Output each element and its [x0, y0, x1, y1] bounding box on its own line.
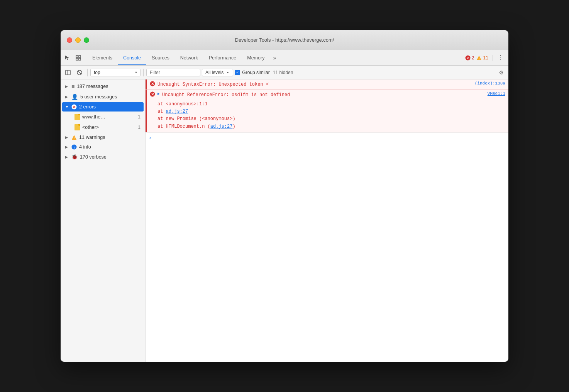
- console-entry-reference-error: ✕ ▶ Uncaught ReferenceError: osdlfm is n…: [146, 90, 508, 132]
- svg-text:✕: ✕: [151, 82, 154, 86]
- expand-icon[interactable]: ▶: [157, 91, 160, 96]
- group-similar-checkbox-row[interactable]: ✓ Group similar: [235, 70, 269, 75]
- list-icon: ≡: [71, 83, 75, 90]
- expand-arrow-icon: ▶: [65, 155, 69, 159]
- sidebar-item-warnings[interactable]: ▶ ! 11 warnings: [62, 133, 144, 142]
- sidebar-item-label: 170 verbose: [80, 154, 141, 160]
- context-chevron-icon: ▾: [135, 70, 137, 74]
- adjs-link[interactable]: ad.js:27: [166, 109, 188, 114]
- sidebar-item-count: 1: [138, 114, 141, 120]
- tab-network[interactable]: Network: [175, 50, 203, 65]
- adjs-link-2[interactable]: ad.js:27: [210, 124, 233, 129]
- tabbar: Elements Console Sources Network Perform…: [61, 50, 508, 66]
- traffic-lights: [67, 37, 89, 43]
- minimize-button[interactable]: [75, 37, 81, 43]
- level-chevron-icon: [226, 71, 230, 74]
- collapse-sidebar-button[interactable]: [63, 68, 73, 78]
- tab-sources[interactable]: Sources: [146, 50, 175, 65]
- svg-rect-1: [79, 56, 81, 57]
- collapse-arrow-icon: ▼: [65, 105, 69, 109]
- prompt-arrow-icon: ›: [149, 135, 152, 141]
- sidebar-item-label: 2 errors: [79, 104, 141, 110]
- sidebar-item-file-www[interactable]: www.the… 1: [62, 112, 144, 122]
- console-output: ✕ Uncaught SyntaxError: Unexpected token…: [146, 79, 508, 362]
- error-location[interactable]: VM861:1: [488, 91, 505, 96]
- bug-icon: 🐞: [71, 154, 78, 160]
- toolbar-separator-1: [87, 69, 88, 76]
- error-badge[interactable]: ✕ 2: [465, 55, 474, 61]
- stack-line-2: at ad.js:27: [157, 108, 505, 115]
- error-message: Uncaught SyntaxError: Unexpected token <: [157, 81, 472, 88]
- info-icon: i: [71, 144, 77, 150]
- cursor-icon[interactable]: [64, 54, 71, 62]
- sidebar-item-label: 5 user messages: [80, 94, 141, 100]
- svg-text:✕: ✕: [73, 105, 76, 109]
- tab-right-icons: ✕ 2 ! 11 | ⋮: [465, 50, 505, 65]
- svg-line-11: [78, 71, 81, 74]
- tab-memory[interactable]: Memory: [242, 50, 270, 65]
- error-message: Uncaught ReferenceError: osdlfm is not d…: [162, 91, 485, 98]
- sidebar-item-label: www.the…: [82, 114, 135, 120]
- console-toolbar: top ▾ All levels ✓ Group similar 11 hidd…: [61, 66, 508, 79]
- sidebar-item-all-messages[interactable]: ▶ ≡ 187 messages: [62, 81, 144, 91]
- badge-separator: |: [491, 54, 493, 61]
- titlebar: Developer Tools - https://www.theverge.c…: [61, 30, 508, 50]
- context-selector[interactable]: top ▾: [90, 69, 141, 76]
- level-selector[interactable]: All levels: [202, 69, 233, 76]
- clear-console-button[interactable]: [75, 68, 85, 78]
- hidden-count: 11 hidden: [273, 70, 293, 75]
- sidebar-item-count: 1: [138, 125, 141, 130]
- svg-rect-2: [76, 58, 78, 60]
- tab-icons: [64, 50, 87, 65]
- svg-rect-3: [79, 58, 81, 60]
- sidebar-item-info[interactable]: ▶ i 4 info: [62, 142, 144, 152]
- error-icon: ✕: [150, 91, 155, 97]
- error-location[interactable]: (index):1389: [475, 81, 505, 86]
- close-button[interactable]: [67, 37, 72, 43]
- sidebar-item-label: 4 info: [79, 144, 141, 150]
- expand-arrow-icon: ▶: [65, 145, 69, 149]
- console-settings-button[interactable]: ⚙: [496, 68, 506, 78]
- stack-line-4: at HTMLDocument.n (ad.js:27): [157, 123, 505, 130]
- sidebar-item-label: 11 warnings: [79, 135, 141, 140]
- expand-arrow-icon: ▶: [65, 135, 69, 139]
- warning-badge[interactable]: ! 11: [476, 55, 488, 61]
- sidebar-item-errors[interactable]: ▼ ✕ 2 errors: [62, 102, 144, 112]
- tab-console[interactable]: Console: [118, 50, 146, 65]
- warning-icon: !: [71, 135, 77, 140]
- file-icon: [75, 114, 80, 120]
- expand-arrow-icon: ▶: [65, 95, 69, 99]
- more-tabs-button[interactable]: »: [270, 50, 279, 65]
- group-similar-checkbox[interactable]: ✓: [235, 70, 240, 75]
- error-icon: ✕: [150, 81, 155, 86]
- svg-text:!: !: [74, 137, 75, 140]
- console-sidebar: ▶ ≡ 187 messages ▶ 👤 5 user messages ▼ ✕…: [61, 79, 146, 362]
- sidebar-item-file-other[interactable]: <other> 1: [62, 122, 144, 132]
- svg-rect-8: [66, 70, 70, 75]
- error-header: ✕ ▶ Uncaught ReferenceError: osdlfm is n…: [146, 90, 508, 100]
- svg-text:i: i: [74, 145, 75, 149]
- file-icon: [75, 124, 80, 130]
- inspect-icon[interactable]: [75, 54, 82, 62]
- sidebar-item-label: <other>: [82, 125, 135, 130]
- sidebar-item-user-messages[interactable]: ▶ 👤 5 user messages: [62, 92, 144, 102]
- svg-text:✕: ✕: [151, 92, 154, 96]
- console-prompt[interactable]: ›: [146, 132, 508, 143]
- user-icon: 👤: [71, 94, 78, 100]
- devtools-menu-button[interactable]: ⋮: [496, 53, 505, 63]
- error-header: ✕ Uncaught SyntaxError: Unexpected token…: [146, 79, 508, 90]
- maximize-button[interactable]: [84, 37, 89, 43]
- stack-line-1: at <anonymous>:1:1: [157, 101, 505, 108]
- svg-rect-0: [76, 56, 78, 57]
- tab-performance[interactable]: Performance: [203, 50, 242, 65]
- window-title: Developer Tools - https://www.theverge.c…: [235, 37, 334, 43]
- error-circle-icon: ✕: [71, 104, 77, 110]
- stack-line-3: at new Promise (<anonymous>): [157, 115, 505, 123]
- sidebar-item-verbose[interactable]: ▶ 🐞 170 verbose: [62, 152, 144, 162]
- filter-input[interactable]: [146, 69, 200, 76]
- error-stack: at <anonymous>:1:1 at ad.js:27 at new Pr…: [146, 100, 508, 132]
- tab-elements[interactable]: Elements: [87, 50, 118, 65]
- expand-arrow-icon: ▶: [65, 84, 69, 88]
- svg-marker-12: [227, 72, 229, 73]
- devtools-window: Developer Tools - https://www.theverge.c…: [61, 30, 508, 362]
